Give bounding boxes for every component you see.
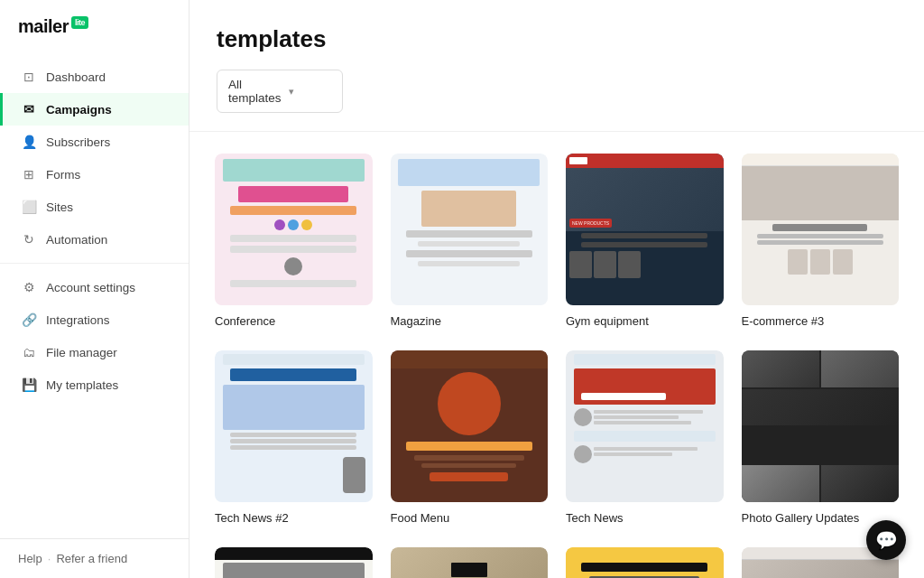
- template-name: Food Menu: [391, 511, 450, 525]
- sidebar-item-label: Forms: [46, 168, 80, 182]
- template-name: Conference: [215, 314, 275, 328]
- sidebar-item-campaigns[interactable]: ✉ Campaigns: [0, 93, 189, 126]
- forms-icon: ⊞: [21, 167, 37, 182]
- template-name: Tech News #2: [215, 511, 289, 525]
- template-thumb-gym: NEW PRODUCTS: [566, 154, 724, 305]
- sidebar-item-integrations[interactable]: 🔗 Integrations: [0, 303, 189, 336]
- sidebar-item-label: Dashboard: [46, 70, 106, 84]
- template-thumb-news3: [215, 547, 373, 578]
- template-thumb-photogallery: [742, 350, 900, 502]
- automation-icon: ↻: [21, 232, 37, 247]
- campaigns-icon: ✉: [21, 102, 37, 117]
- template-name: Photo Gallery Updates: [742, 511, 860, 525]
- logo-badge: lite: [71, 16, 88, 29]
- refer-link[interactable]: Refer a friend: [56, 552, 127, 565]
- template-card-gym[interactable]: NEW PRODUCTS Gym equipment: [566, 154, 724, 329]
- template-thumb-technews: [566, 350, 724, 502]
- integrations-icon: 🔗: [21, 312, 37, 327]
- template-filter-dropdown[interactable]: All templates ▾: [217, 70, 343, 113]
- chat-icon: 💬: [875, 529, 898, 551]
- template-card-foodmenu[interactable]: Food Menu: [391, 350, 549, 526]
- template-name: Gym equipment: [566, 314, 649, 328]
- template-card-photogallery[interactable]: Photo Gallery Updates: [742, 350, 900, 526]
- template-thumb-yellow: [566, 547, 724, 578]
- sidebar-item-my-templates[interactable]: 💾 My templates: [0, 368, 189, 401]
- template-thumb-ecommerce: [742, 154, 900, 305]
- template-thumb-foodmenu: [391, 350, 549, 502]
- template-card-news3[interactable]: News: [215, 547, 373, 578]
- logo-area: mailerlite: [0, 0, 189, 57]
- logo-text: mailerlite: [18, 16, 88, 37]
- nav-items: ⊡ Dashboard ✉ Campaigns 👤 Subscribers ⊞ …: [0, 57, 189, 538]
- templates-grid-container: Conference Magazine: [189, 132, 924, 578]
- template-card-leather[interactable]: Leather Hipster: [391, 547, 549, 578]
- template-name: E-commerce #3: [742, 314, 825, 328]
- template-card-technews2[interactable]: Tech News #2: [215, 350, 373, 526]
- sidebar-item-label: Account settings: [46, 281, 135, 294]
- template-card-technews[interactable]: Tech News: [566, 350, 724, 526]
- sidebar-item-label: File manager: [46, 346, 117, 359]
- nav-divider: [0, 263, 189, 264]
- template-card-yellow[interactable]: Yellow Template: [566, 547, 724, 578]
- subscribers-icon: 👤: [21, 135, 37, 149]
- filter-label: All templates: [228, 78, 282, 105]
- main-content: templates All templates ▾: [189, 0, 924, 578]
- templates-grid: Conference Magazine: [215, 154, 899, 578]
- filter-row: All templates ▾: [217, 70, 897, 113]
- sidebar-item-label: Automation: [46, 233, 107, 247]
- sidebar-item-account-settings[interactable]: ⚙ Account settings: [0, 271, 189, 303]
- main-header: templates All templates ▾: [189, 0, 924, 132]
- page-title: templates: [217, 25, 897, 53]
- file-manager-icon: 🗂: [21, 345, 37, 359]
- template-card-magazine[interactable]: Magazine: [391, 154, 549, 329]
- settings-icon: ⚙: [21, 280, 37, 294]
- sidebar-item-label: Integrations: [46, 313, 110, 327]
- template-name: Tech News: [566, 511, 624, 525]
- sidebar-item-label: Campaigns: [46, 103, 112, 117]
- template-thumb-technews2: [215, 350, 373, 502]
- sidebar: mailerlite ⊡ Dashboard ✉ Campaigns 👤 Sub…: [0, 0, 189, 578]
- template-card-ecommerce[interactable]: E-commerce #3: [742, 154, 900, 329]
- chevron-down-icon: ▾: [289, 86, 331, 98]
- dashboard-icon: ⊡: [21, 70, 37, 84]
- sites-icon: ⬜: [21, 200, 37, 214]
- sidebar-item-automation[interactable]: ↻ Automation: [0, 223, 189, 256]
- my-templates-icon: 💾: [21, 378, 37, 392]
- sidebar-item-forms[interactable]: ⊞ Forms: [0, 158, 189, 191]
- sidebar-item-label: My templates: [46, 378, 118, 392]
- template-thumb-magazine: [391, 154, 549, 305]
- sidebar-bottom: Help · Refer a friend: [0, 538, 189, 578]
- sidebar-item-subscribers[interactable]: 👤 Subscribers: [0, 126, 189, 158]
- sidebar-item-dashboard[interactable]: ⊡ Dashboard: [0, 61, 189, 93]
- chat-widget[interactable]: 💬: [866, 520, 906, 560]
- template-thumb-conference: [215, 154, 373, 305]
- sidebar-item-file-manager[interactable]: 🗂 File manager: [0, 336, 189, 368]
- template-name: Magazine: [391, 314, 441, 328]
- template-thumb-leather: [391, 547, 549, 578]
- template-card-conference[interactable]: Conference: [215, 154, 373, 329]
- help-link[interactable]: Help: [18, 552, 42, 565]
- sidebar-item-label: Sites: [46, 200, 73, 214]
- separator: ·: [48, 552, 51, 565]
- sidebar-item-label: Subscribers: [46, 135, 110, 149]
- sidebar-item-sites[interactable]: ⬜ Sites: [0, 191, 189, 223]
